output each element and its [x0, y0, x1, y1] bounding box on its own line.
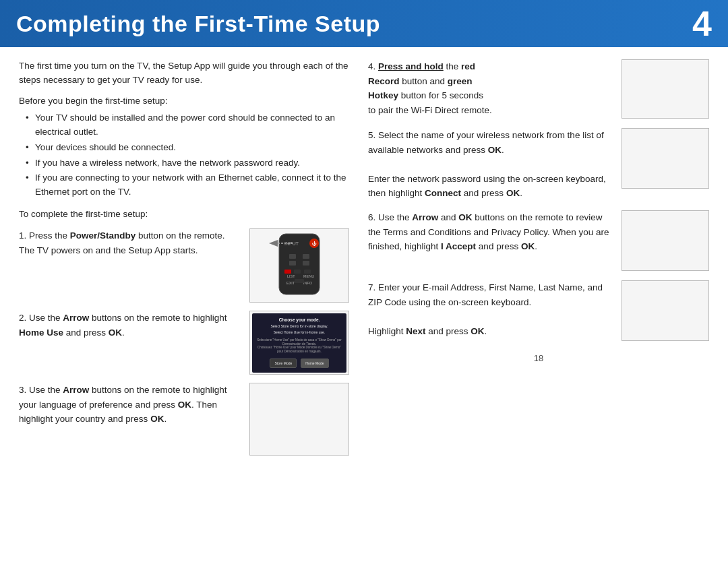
intro-text: The first time you turn on the TV, the S…: [19, 59, 349, 88]
left-column: The first time you turn on the TV, the S…: [19, 59, 349, 536]
store-mode-btn[interactable]: Store Mode: [270, 358, 297, 368]
step-3: 3. Use the Arrow buttons on the remote t…: [19, 383, 349, 456]
step-4-image: [621, 59, 709, 119]
step-1-image: INPUT ⏻ LIST: [249, 228, 349, 303]
mode-screen: Choose your mode. Select Store Demo for …: [252, 313, 346, 373]
step-6-number: 6. Use the: [368, 212, 412, 222]
step-6-bold-ok: OK: [458, 212, 472, 222]
step-1: 1. Press the Power/Standby button on the…: [19, 228, 349, 303]
step-6-bold-arrow: Arrow: [412, 212, 438, 222]
step-5: 5. Select the name of your wireless netw…: [368, 128, 709, 201]
step-4-number: 4.: [368, 61, 378, 71]
mode-screen-title: Choose your mode.: [279, 317, 320, 322]
svg-rect-6: [289, 254, 296, 259]
step-5-number: 5. Select the name of your wireless netw…: [368, 130, 604, 155]
step-5-image: [621, 128, 709, 189]
step-4-and: button and: [400, 76, 448, 86]
svg-rect-11: [294, 270, 301, 274]
step-7-bold-next: Next: [406, 326, 425, 336]
home-mode-btn[interactable]: Home Mode: [301, 358, 328, 368]
step-5-period: .: [502, 145, 504, 155]
step-3-text: 3. Use the Arrow buttons on the remote t…: [19, 383, 241, 427]
step-3-number: 3. Use the: [19, 385, 63, 395]
svg-text:LIST: LIST: [287, 274, 295, 278]
step-2-mid: buttons on the remote to highlight: [89, 313, 226, 323]
step-6-text: 6. Use the Arrow and OK buttons on the r…: [368, 210, 613, 254]
step-7-number: 7. Enter your E-mail Address, First Name…: [368, 282, 603, 307]
step-1-text: 1. Press the Power/Standby button on the…: [19, 228, 241, 257]
remote-illustration: INPUT ⏻ LIST: [259, 230, 340, 301]
step-6-bold-accept: I Accept: [441, 241, 476, 251]
step-7: 7. Enter your E-mail Address, First Name…: [368, 280, 709, 341]
step-2-bold-arrow: Arrow: [63, 313, 89, 323]
step-6-and: and: [438, 212, 458, 222]
complete-label: To complete the first-time setup:: [19, 208, 349, 222]
step-5-bold-connect: Connect: [425, 188, 461, 198]
step-2-bold-home: Home Use: [19, 327, 63, 338]
step-3-image: [249, 383, 349, 456]
step-1-bold: Power/Standby: [70, 230, 136, 241]
page-footer: 18: [368, 350, 709, 366]
step-4-text: 4. Press and hold the redRecord button a…: [368, 59, 613, 117]
page-header: Completing the First-Time Setup 4: [0, 0, 728, 47]
page-wrapper: Completing the First-Time Setup 4 The fi…: [0, 0, 728, 543]
bullet-item: If you have a wireless network, have the…: [26, 156, 349, 170]
svg-rect-16: [304, 270, 311, 274]
svg-rect-8: [289, 261, 296, 266]
step-3-bold-arrow: Arrow: [63, 385, 89, 395]
svg-marker-4: [269, 240, 278, 247]
svg-text:MENU: MENU: [303, 274, 314, 278]
step-6-image: [621, 210, 709, 271]
bullet-item: If you are connecting to your network wi…: [26, 171, 349, 199]
step-2-bold-ok: OK: [109, 327, 122, 338]
step-5-bold-ok2: OK: [506, 188, 520, 198]
step-7-sub: Highlight: [368, 326, 406, 336]
step-6: 6. Use the Arrow and OK buttons on the r…: [368, 210, 709, 271]
svg-text:INFO: INFO: [303, 281, 313, 285]
step-3-bold-ok2: OK: [150, 414, 164, 424]
step-2-period: .: [122, 327, 125, 338]
step-6-bold-ok2: OK: [521, 241, 535, 251]
chapter-number: 4: [692, 6, 712, 41]
step-5-sub-period: .: [520, 188, 522, 198]
page-number: 18: [534, 353, 543, 363]
page-title: Completing the First-Time Setup: [16, 11, 380, 37]
step-7-sub-end: and press: [426, 326, 471, 336]
step-2-text: 2. Use the Arrow buttons on the remote t…: [19, 311, 241, 340]
svg-text:EXIT: EXIT: [286, 281, 295, 285]
svg-rect-17: [295, 279, 304, 283]
step-6-period: .: [535, 241, 537, 251]
step-5-sub-end: and press: [461, 188, 506, 198]
mode-buttons: Store Mode Home Mode: [270, 358, 328, 368]
step-7-image: [621, 280, 709, 341]
step-2-image: Choose your mode. Select Store Demo for …: [249, 311, 349, 375]
svg-rect-9: [303, 261, 309, 266]
step-7-bold-ok: OK: [471, 326, 484, 336]
step-2-number: 2. Use the: [19, 313, 63, 323]
step-2-end: and press: [63, 327, 109, 338]
step-7-period: .: [485, 326, 487, 336]
step-4-bold-press: Press and hold: [378, 61, 444, 71]
step-2: 2. Use the Arrow buttons on the remote t…: [19, 311, 349, 375]
step-3-bold-ok1: OK: [178, 400, 191, 410]
step-6-end: and press: [476, 241, 521, 251]
step-5-bold-ok: OK: [488, 145, 502, 155]
step-1-number: 1. Press the: [19, 230, 70, 241]
bullet-list: Your TV should be installed and the powe…: [26, 111, 349, 201]
step-5-text: 5. Select the name of your wireless netw…: [368, 128, 613, 201]
before-label: Before you begin the first-time setup:: [19, 94, 349, 108]
step-4: 4. Press and hold the redRecord button a…: [368, 59, 709, 119]
bullet-item: Your devices should be connected.: [26, 141, 349, 155]
svg-rect-7: [303, 254, 309, 259]
mode-screen-desc: Seleccione "Home Use" por Modo de casa o…: [256, 338, 342, 354]
step-4-the: the: [444, 61, 461, 71]
main-content: The first time you turn on the TV, the S…: [0, 47, 728, 543]
step-7-text: 7. Enter your E-mail Address, First Name…: [368, 280, 613, 338]
mode-screen-sub2: Select Home Use for in-home use.: [274, 330, 325, 335]
svg-rect-10: [284, 270, 291, 274]
mode-screen-sub1: Select Store Demo for in-store display.: [270, 324, 328, 329]
step-3-period: .: [164, 414, 166, 424]
bullet-item: Your TV should be installed and the powe…: [26, 111, 349, 139]
right-column: 4. Press and hold the redRecord button a…: [368, 59, 709, 536]
svg-text:⏻: ⏻: [312, 241, 317, 246]
